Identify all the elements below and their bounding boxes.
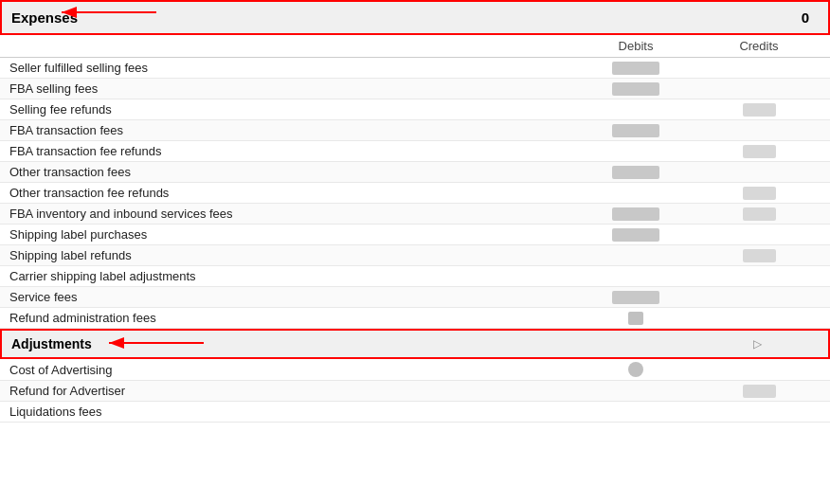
debit-value xyxy=(612,207,659,221)
row-label: FBA inventory and inbound services fees xyxy=(9,207,574,221)
table-row: Other transaction fees xyxy=(0,162,830,183)
credit-cell xyxy=(697,145,821,158)
debit-cell xyxy=(574,166,697,179)
row-label: Refund for Advertiser xyxy=(9,384,574,398)
credit-cell xyxy=(697,124,821,137)
credit-value xyxy=(743,207,776,221)
row-label: Shipping label purchases xyxy=(9,227,574,242)
debit-value xyxy=(612,166,659,179)
debit-cell xyxy=(574,362,697,377)
row-label: FBA selling fees xyxy=(9,81,574,96)
credits-header: Credits xyxy=(697,39,821,53)
row-values xyxy=(574,362,821,377)
credit-cell xyxy=(697,62,821,75)
table-row: Liquidations fees xyxy=(0,402,830,423)
credit-cell xyxy=(697,249,821,262)
debit-value xyxy=(612,228,659,242)
row-values xyxy=(574,291,821,304)
debit-cell xyxy=(574,187,697,200)
credit-cell xyxy=(697,362,821,377)
credit-value xyxy=(743,385,776,398)
row-values xyxy=(574,124,821,137)
credit-cell xyxy=(697,228,821,242)
debit-cell xyxy=(574,207,697,221)
section-values: ▷ xyxy=(572,337,819,351)
adjustments-arrow-icon xyxy=(99,331,213,355)
table-row: Shipping label purchases xyxy=(0,225,830,245)
row-values xyxy=(574,228,821,242)
table-row: Refund administration fees xyxy=(0,308,830,329)
expand-icon: ▷ xyxy=(753,337,762,351)
credit-value xyxy=(743,187,776,200)
row-label: Cost of Advertising xyxy=(9,363,574,377)
credit-cell xyxy=(697,82,821,96)
table-row: FBA transaction fee refunds xyxy=(0,141,830,162)
row-label: Selling fee refunds xyxy=(9,102,574,117)
row-values xyxy=(574,249,821,262)
debit-cell xyxy=(574,228,697,242)
row-label: FBA transaction fees xyxy=(9,123,574,137)
advertising-rows: Cost of Advertising Refund for Advertise… xyxy=(0,359,830,423)
debits-header: Debits xyxy=(574,39,697,53)
credit-cell xyxy=(697,312,821,325)
row-values xyxy=(574,187,821,200)
debit-circle-value xyxy=(628,362,643,377)
row-label: Service fees xyxy=(9,290,574,304)
credit-cell xyxy=(697,103,821,117)
table-row: Cost of Advertising xyxy=(0,359,830,381)
row-values xyxy=(574,145,821,158)
section-debit-cell xyxy=(572,337,695,351)
debit-cell xyxy=(574,103,697,117)
credit-cell xyxy=(697,166,821,179)
row-values xyxy=(574,385,821,398)
table-row: Other transaction fee refunds xyxy=(0,183,830,204)
row-values xyxy=(574,312,821,325)
debit-cell xyxy=(574,145,697,158)
row-values xyxy=(574,207,821,221)
table-row: Service fees xyxy=(0,287,830,308)
row-values xyxy=(574,62,821,75)
table-row: Shipping label refunds xyxy=(0,245,830,266)
row-label: Refund administration fees xyxy=(9,311,574,325)
debit-cell xyxy=(574,249,697,262)
credit-cell xyxy=(697,187,821,200)
expenses-container: Expenses 0 Debits Credits Seller fulfill… xyxy=(0,0,830,423)
row-label: Other transaction fee refunds xyxy=(9,186,574,200)
row-label: Liquidations fees xyxy=(9,405,574,419)
section-credit-cell: ▷ xyxy=(695,337,819,351)
credit-cell xyxy=(697,207,821,221)
debit-cell xyxy=(574,124,697,137)
table-row: FBA inventory and inbound services fees xyxy=(0,204,830,225)
table-row: FBA selling fees xyxy=(0,79,830,99)
debit-value xyxy=(628,312,643,325)
column-headers: Debits Credits xyxy=(0,35,830,58)
credit-value xyxy=(743,249,776,262)
debit-value xyxy=(612,62,659,75)
header-arrow-icon xyxy=(52,0,166,27)
row-values xyxy=(574,166,821,179)
debit-value xyxy=(612,82,659,96)
table-row: FBA transaction fees xyxy=(0,120,830,141)
debit-cell xyxy=(574,385,697,398)
debit-value xyxy=(612,291,659,304)
credit-cell xyxy=(697,385,821,398)
expenses-rows: Seller fulfilled selling fees FBA sellin… xyxy=(0,58,830,329)
credit-value xyxy=(743,103,776,117)
expenses-total: 0 xyxy=(802,9,819,26)
debit-cell xyxy=(574,291,697,304)
adjustments-title: Adjustments xyxy=(11,336,92,351)
credit-value xyxy=(743,145,776,158)
row-values xyxy=(574,82,821,96)
row-values xyxy=(574,103,821,117)
row-label: Shipping label refunds xyxy=(9,248,574,262)
debit-value xyxy=(612,124,659,137)
table-row: Selling fee refunds xyxy=(0,99,830,120)
debit-cell xyxy=(574,82,697,96)
row-label: Carrier shipping label adjustments xyxy=(9,269,574,283)
row-label: Seller fulfilled selling fees xyxy=(9,61,574,75)
row-label: FBA transaction fee refunds xyxy=(9,144,574,158)
debit-cell xyxy=(574,312,697,325)
table-row: Refund for Advertiser xyxy=(0,381,830,402)
row-label: Other transaction fees xyxy=(9,165,574,179)
credit-cell xyxy=(697,291,821,304)
